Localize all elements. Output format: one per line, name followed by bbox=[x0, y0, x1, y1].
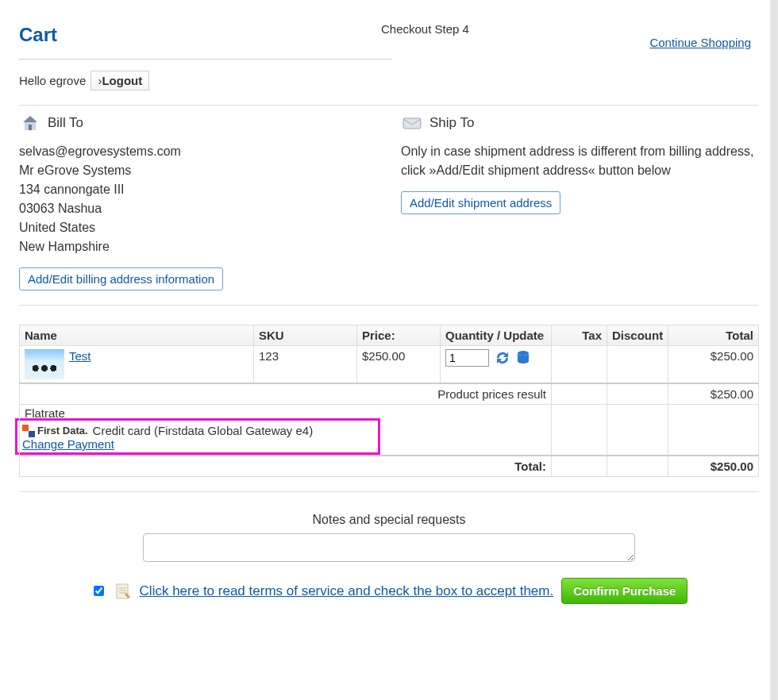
refresh-icon[interactable] bbox=[494, 350, 511, 366]
confirm-purchase-button[interactable]: Confirm Purchase bbox=[561, 578, 687, 604]
bill-state: New Hampshire bbox=[19, 237, 377, 256]
bill-name: Mr eGrove Systems bbox=[19, 161, 377, 180]
checkout-step-label: Checkout Step 4 bbox=[381, 22, 469, 36]
svg-rect-3 bbox=[403, 118, 421, 129]
terms-checkbox[interactable] bbox=[94, 586, 104, 596]
svg-rect-2 bbox=[29, 125, 32, 130]
svg-marker-0 bbox=[23, 116, 37, 122]
continue-shopping-link[interactable]: Continue Shopping bbox=[649, 36, 751, 49]
product-prices-result-label: Product prices result bbox=[20, 383, 552, 405]
username-text: egrove bbox=[49, 74, 86, 87]
logout-button[interactable]: Logout bbox=[91, 71, 149, 90]
cell-discount bbox=[607, 346, 668, 384]
divider bbox=[19, 105, 759, 106]
ship-to-heading: Ship To bbox=[429, 115, 474, 131]
firstdata-brand-text: First Data. bbox=[37, 425, 88, 437]
firstdata-mark-icon bbox=[22, 425, 35, 437]
cell-sku: 123 bbox=[254, 346, 357, 384]
col-tax: Tax bbox=[552, 325, 607, 346]
edit-billing-button[interactable]: Add/Edit billing address information bbox=[19, 267, 223, 290]
house-icon bbox=[19, 113, 41, 133]
grand-total-label: Total: bbox=[20, 456, 552, 477]
bill-city: 03063 Nashua bbox=[19, 199, 377, 218]
notes-label: Notes and special requests bbox=[19, 513, 759, 527]
product-prices-result-value: $250.00 bbox=[668, 383, 759, 405]
notes-textarea[interactable] bbox=[143, 533, 635, 562]
col-sku: SKU bbox=[254, 325, 357, 346]
hello-text: Hello bbox=[19, 74, 49, 87]
delete-icon[interactable] bbox=[516, 350, 530, 366]
grand-total-value: $250.00 bbox=[668, 456, 759, 477]
divider bbox=[19, 491, 759, 492]
col-total: Total bbox=[668, 325, 759, 346]
terms-link[interactable]: Click here to read terms of service and … bbox=[140, 583, 554, 599]
svg-rect-5 bbox=[117, 584, 128, 598]
title-underline bbox=[19, 59, 392, 60]
divider bbox=[19, 305, 759, 306]
edit-shipping-button[interactable]: Add/Edit shipment address bbox=[401, 191, 560, 214]
bill-street: 134 cannongate III bbox=[19, 180, 377, 199]
bill-country: United States bbox=[19, 218, 377, 237]
cell-total: $250.00 bbox=[668, 346, 759, 384]
bill-to-heading: Bill To bbox=[48, 115, 83, 131]
table-row: Test 123 $250.00 bbox=[20, 346, 759, 384]
firstdata-logo: First Data. bbox=[22, 425, 88, 437]
payment-highlight-box: First Data. Credit card (Firstdata Globa… bbox=[15, 418, 380, 455]
change-payment-link[interactable]: Change Payment bbox=[22, 437, 114, 451]
ship-note: Only in case shipment address is differe… bbox=[401, 142, 759, 180]
bill-email: selvas@egrovesystems.com bbox=[19, 142, 377, 161]
envelope-icon bbox=[401, 113, 423, 133]
product-link[interactable]: Test bbox=[69, 349, 91, 363]
col-discount: Discount bbox=[607, 325, 668, 346]
col-name: Name bbox=[20, 325, 254, 346]
page-title: Cart bbox=[19, 24, 57, 52]
product-thumbnail[interactable] bbox=[25, 349, 64, 379]
cell-tax bbox=[552, 346, 607, 384]
quantity-input[interactable] bbox=[445, 349, 489, 367]
payment-method-text: Credit card (Firstdata Global Gateway e4… bbox=[93, 424, 314, 437]
order-table: Name SKU Price: Quantity / Update Tax Di… bbox=[19, 325, 759, 477]
document-icon bbox=[114, 583, 132, 600]
cell-price: $250.00 bbox=[357, 346, 441, 384]
col-price: Price: bbox=[357, 325, 441, 346]
svg-point-4 bbox=[518, 351, 529, 356]
col-qty: Quantity / Update bbox=[441, 325, 552, 346]
